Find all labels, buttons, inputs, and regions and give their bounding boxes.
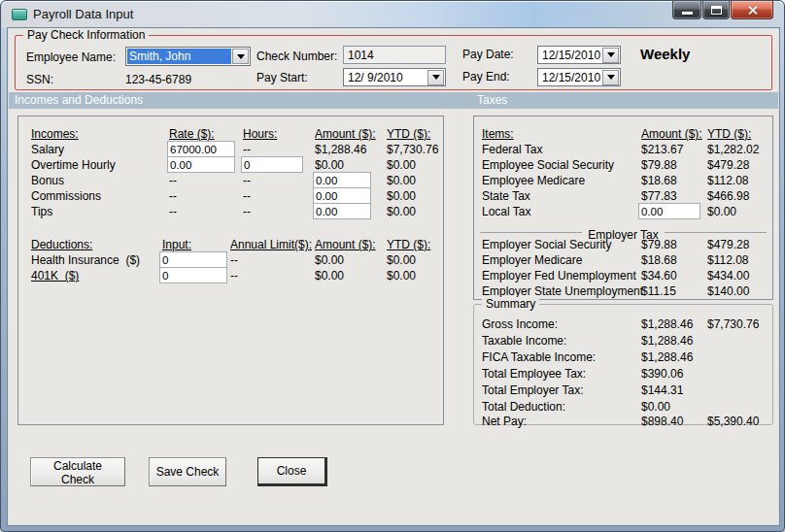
row-label: Employer Social Security: [482, 237, 611, 252]
tips-amount-input[interactable]: [313, 203, 371, 219]
employee-name-combobox[interactable]: Smith, John: [125, 47, 251, 66]
ytd-value: $112.08: [707, 252, 749, 268]
ytd-value: $466.98: [707, 188, 749, 204]
summary-group: Summary Gross Income: $1,288.46 $7,730.7…: [473, 304, 773, 425]
amount-value: $213.67: [641, 142, 683, 157]
tax-row-employer-medicare: Employer Medicare $18.68 $112.08: [474, 252, 772, 268]
health-insurance-input[interactable]: [159, 251, 227, 268]
column-header: Rate ($):: [169, 126, 215, 142]
overtime-rate-input[interactable]: [167, 156, 235, 173]
row-label: Total Employer Tax:: [482, 383, 584, 397]
limit-value: --: [230, 268, 238, 283]
payroll-window: Payroll Data Input Pay Check Information…: [0, 0, 785, 532]
employee-name-value: Smith, John: [127, 49, 231, 64]
bonus-amount-input[interactable]: [313, 172, 371, 188]
amount-value: $1,288.46: [315, 142, 366, 157]
minimize-icon: [682, 12, 693, 15]
column-header: Hours:: [243, 126, 277, 142]
amount-value: $34.60: [641, 268, 677, 283]
pay-end-value: 12/15/2010: [539, 71, 601, 84]
window-title: Payroll Data Input: [33, 7, 133, 21]
amount-value: $0.00: [315, 252, 344, 268]
ytd-value: $0.00: [387, 157, 416, 173]
ytd-value: $0.00: [387, 188, 416, 204]
row-label: Employer Medicare: [482, 252, 582, 268]
column-header: YTD ($):: [387, 126, 430, 142]
pay-date-dropdown-arrow-icon[interactable]: [602, 48, 619, 63]
amount-value: $0.00: [641, 400, 670, 414]
amount-value: $18.68: [641, 173, 677, 188]
close-button[interactable]: Close: [257, 457, 327, 486]
pay-start-datepicker[interactable]: 12/ 9/2010: [343, 68, 446, 86]
pay-frequency-text: Weekly: [640, 46, 690, 62]
taxes-header-row: Items: Amount ($): YTD ($):: [474, 126, 772, 142]
check-number-field[interactable]: [343, 46, 446, 64]
pay-end-dropdown-arrow-icon[interactable]: [602, 70, 619, 85]
tax-row-local: Local Tax $0.00: [474, 204, 772, 219]
titlebar[interactable]: Payroll Data Input: [2, 1, 783, 27]
maximize-icon: [711, 6, 722, 15]
limit-value: --: [230, 252, 238, 268]
amount-value: $11.15: [641, 283, 676, 299]
income-row-salary: Salary -- $1,288.46 $7,730.76: [18, 142, 443, 157]
row-label: Federal Tax: [482, 142, 542, 157]
column-header: Items:: [482, 126, 514, 142]
pay-date-datepicker[interactable]: 12/15/2010: [537, 46, 621, 64]
incomes-deductions-panel: Incomes: Rate ($): Hours: Amount ($): YT…: [17, 116, 444, 425]
summary-row-deduction: Total Deduction: $0.00: [474, 400, 772, 414]
column-header: YTD ($):: [707, 126, 751, 142]
row-label: FICA Taxable Income:: [482, 350, 596, 364]
ytd-value: $112.08: [707, 173, 749, 188]
local-tax-input[interactable]: [638, 203, 700, 219]
column-header: Incomes:: [31, 126, 79, 142]
amount-value: $1,288.46: [641, 350, 693, 364]
incomes-band-title: Incomes and Deductions: [15, 92, 143, 109]
titlebar-minimize-button[interactable]: [672, 1, 701, 19]
amount-value: $79.88: [641, 237, 677, 252]
401k-input[interactable]: [159, 267, 227, 283]
summary-row-gross: Gross Income: $1,288.46 $7,730.76: [474, 317, 772, 331]
overtime-hours-input[interactable]: [241, 156, 303, 173]
calculate-check-button[interactable]: Calculate Check: [30, 457, 125, 486]
income-row-commissions: Commissions -- -- $0.00: [18, 188, 443, 204]
pay-start-dropdown-arrow-icon[interactable]: [427, 70, 444, 85]
column-header: YTD ($):: [387, 237, 430, 252]
pay-end-label: Pay End:: [462, 70, 510, 83]
amount-value: $1,288.46: [641, 317, 693, 331]
ytd-value: $434.00: [707, 268, 749, 283]
ssn-value: 123-45-6789: [125, 73, 191, 86]
close-icon: [747, 5, 758, 16]
employee-dropdown-arrow-icon[interactable]: [232, 49, 249, 64]
row-label: Total Employee Tax:: [482, 367, 586, 381]
row-label: Taxable Income:: [482, 334, 566, 348]
taxes-band-title: Taxes: [477, 92, 507, 109]
ytd-value: $479.28: [707, 157, 749, 173]
ytd-value: $0.00: [707, 204, 736, 219]
row-label: Employer Fed Unemployment: [482, 268, 636, 283]
tax-row-employee-ss: Employee Social Security $79.88 $479.28: [474, 157, 772, 173]
hours-value: --: [243, 188, 251, 204]
salary-rate-input[interactable]: [167, 141, 235, 157]
ytd-value: $0.00: [387, 204, 416, 219]
column-header: Amount ($):: [315, 126, 376, 142]
deductions-header-row: Deductions: Input: Annual Limit($): Amou…: [18, 237, 443, 252]
ytd-value: $1,282.02: [707, 142, 759, 157]
amount-value: $18.68: [641, 252, 677, 268]
row-label: Total Deduction:: [482, 400, 565, 414]
commissions-amount-input[interactable]: [313, 187, 371, 204]
titlebar-close-button[interactable]: [731, 1, 773, 19]
amount-value: $898.40: [641, 415, 683, 428]
employee-name-label: Employee Name:: [26, 50, 116, 64]
row-label: 401K ($): [31, 268, 79, 283]
titlebar-maximize-button[interactable]: [702, 1, 730, 19]
pay-end-datepicker[interactable]: 12/15/2010: [537, 68, 621, 86]
column-header: Input:: [162, 237, 191, 252]
save-check-button[interactable]: Save Check: [149, 457, 226, 486]
row-label: State Tax: [482, 188, 530, 204]
ytd-value: $479.28: [707, 237, 749, 252]
amount-value: $0.00: [315, 157, 344, 173]
row-label: Bonus: [31, 173, 64, 188]
row-label: Salary: [31, 142, 64, 157]
ytd-value: $0.00: [387, 268, 416, 283]
summary-row-taxable: Taxable Income: $1,288.46: [474, 334, 772, 348]
